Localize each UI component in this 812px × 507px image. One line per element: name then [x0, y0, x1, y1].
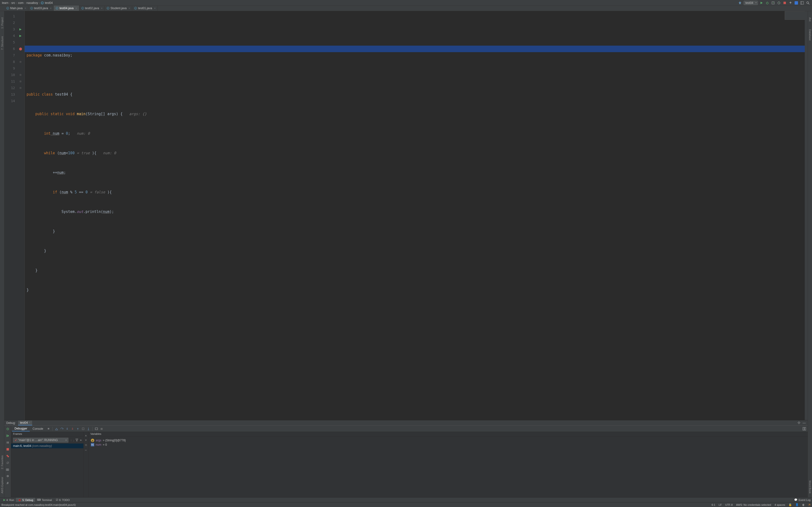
code-editor[interactable]: 1 2 3 4 5 6 7 8 9 10 11 12 13 14 ▶ ▶ [4, 11, 808, 420]
run-button[interactable] [759, 1, 764, 5]
breadcrumb-item-src[interactable]: src [11, 1, 15, 5]
debug-session-tab[interactable]: test04 × [18, 420, 33, 426]
down-icon[interactable]: ▼ [85, 439, 87, 442]
minimap[interactable] [785, 11, 808, 20]
tab-test03-java[interactable]: C test03.java × [28, 6, 54, 11]
tab-test02-java[interactable]: C test02.java × [79, 6, 105, 11]
subtab-console[interactable]: Console [30, 427, 46, 431]
mute-breakpoints-icon[interactable] [5, 460, 10, 465]
stop-button[interactable] [782, 1, 787, 5]
force-step-into-icon[interactable] [70, 427, 75, 431]
step-into-icon[interactable] [65, 427, 69, 431]
tab-test04-java[interactable]: C test04.java × [54, 6, 79, 11]
frame-row[interactable]: main:6, test04 (com.nasaiboy) [11, 444, 83, 448]
close-icon[interactable]: × [101, 7, 102, 10]
rail-word-book[interactable]: Word Book [809, 479, 812, 495]
hide-icon[interactable]: — [803, 421, 806, 425]
notification-icon[interactable]: ◔ [808, 503, 811, 506]
rail-ant[interactable]: Ant [809, 16, 812, 23]
variable-row[interactable]: p args = {String[0]@778} [91, 438, 805, 443]
show-execution-point-icon[interactable] [54, 427, 59, 431]
breadcrumb-item-com[interactable]: com [18, 1, 24, 5]
thread-select[interactable]: ✔ "main"@1 in …ain": RUNNING [13, 438, 68, 443]
layout-icon[interactable] [802, 427, 807, 431]
settings-icon[interactable] [5, 474, 10, 479]
run-config-select[interactable]: test04 [744, 1, 758, 5]
tab-main-java[interactable]: C Main.java × [4, 6, 28, 11]
close-icon[interactable]: × [24, 7, 26, 10]
run-method-icon[interactable]: ▶ [16, 33, 24, 39]
close-icon[interactable]: × [154, 7, 155, 10]
drop-frame-icon[interactable] [81, 427, 86, 431]
status-caret-pos[interactable]: 6:1 [712, 503, 715, 506]
debug-button[interactable] [765, 1, 769, 5]
step-over-icon[interactable] [59, 427, 64, 431]
layout-icon[interactable] [800, 1, 804, 5]
trace-icon[interactable]: ≣ [99, 427, 104, 431]
tab-student-java[interactable]: C Student.java × [105, 6, 132, 11]
variable-row[interactable]: 01 num = 0 [91, 443, 805, 447]
bottom-tab-todo[interactable]: ☑ 6: TODO [54, 498, 72, 502]
breadcrumb-item-nasaiboy[interactable]: nasaiboy [27, 1, 38, 5]
threads-icon[interactable]: ≡ [46, 427, 51, 431]
status-encoding[interactable]: UTF-8 [725, 503, 733, 506]
add-icon[interactable]: ＋ [79, 438, 83, 442]
gear-icon[interactable] [797, 421, 801, 425]
rail-structure[interactable]: 7: Structure [1, 35, 4, 51]
evaluate-expression-icon[interactable] [94, 427, 99, 431]
paren: ( [55, 151, 59, 155]
close-icon[interactable]: × [129, 7, 130, 10]
up-icon[interactable]: ▲ [85, 434, 87, 437]
close-icon[interactable]: × [29, 421, 30, 424]
code-body[interactable]: ✓ package com.nasaiboy; public class tes… [24, 11, 808, 420]
fold-icon[interactable]: ⊟ [16, 78, 24, 85]
search-icon[interactable] [806, 1, 810, 5]
status-aws[interactable]: AWS: No credentials selected [736, 503, 771, 506]
inspect-icon[interactable]: 👤 [795, 503, 799, 506]
hint-true: = true [75, 151, 92, 155]
line-num: 8 [4, 59, 15, 65]
fold-icon[interactable]: ⊟ [16, 85, 24, 91]
rail-database[interactable]: Database [809, 28, 812, 42]
status-line-sep[interactable]: LF [719, 503, 722, 506]
rail-favorites[interactable]: 2: Favorites [1, 454, 4, 470]
fold-icon[interactable]: ⊟ [16, 72, 24, 78]
stop-icon[interactable] [5, 447, 10, 452]
camera-icon[interactable] [5, 467, 10, 472]
breadcrumb-item-root[interactable]: learn [2, 1, 8, 5]
breadcrumb-item-test04[interactable]: test04 [45, 1, 53, 5]
chevron-right-icon: › [24, 1, 26, 5]
resume-icon[interactable] [5, 433, 10, 438]
run-class-icon[interactable]: ▶ [16, 26, 24, 33]
bottom-tab-run[interactable]: ▶ 4: Run [1, 498, 16, 502]
bottom-tab-terminal[interactable]: ⌨ Terminal [35, 498, 54, 502]
breakpoint-icon[interactable] [16, 46, 24, 52]
bottom-tab-event-log[interactable]: 💬 Event Log [794, 498, 811, 501]
build-icon[interactable] [738, 1, 742, 5]
translate-icon[interactable] [794, 1, 799, 5]
bottom-tab-debug[interactable]: 🐞 5: Debug [16, 498, 35, 502]
fold-icon[interactable]: ⊟ [16, 59, 24, 65]
git-update-icon[interactable] [788, 1, 793, 5]
close-icon[interactable]: × [50, 7, 51, 10]
trash-icon[interactable]: 🗑 [802, 503, 805, 506]
pause-icon[interactable] [5, 440, 10, 445]
rail-aws-explorer[interactable]: AWS Explorer [1, 475, 4, 495]
rail-project[interactable]: 1: Project [1, 16, 4, 30]
lock-icon[interactable]: 🔓 [789, 503, 792, 506]
rerun-icon[interactable] [5, 427, 10, 432]
pin-icon[interactable] [5, 481, 10, 486]
status-indent[interactable]: 4 spaces [774, 503, 785, 506]
editor-tabs: C Main.java × C test03.java × C test04.j… [0, 6, 812, 11]
coverage-button[interactable] [771, 1, 775, 5]
tab-test01-java[interactable]: C test01.java × [132, 6, 158, 11]
view-breakpoints-icon[interactable] [5, 454, 10, 458]
infinity-icon[interactable]: ∞ [85, 449, 87, 451]
profile-button[interactable] [777, 1, 781, 5]
run-to-cursor-icon[interactable] [86, 427, 91, 431]
close-icon[interactable]: × [75, 7, 77, 10]
copy-icon[interactable]: ⧉ [85, 444, 87, 447]
subtab-debugger[interactable]: Debugger [12, 426, 30, 432]
filter-icon[interactable] [75, 439, 78, 442]
step-out-icon[interactable] [75, 427, 80, 431]
